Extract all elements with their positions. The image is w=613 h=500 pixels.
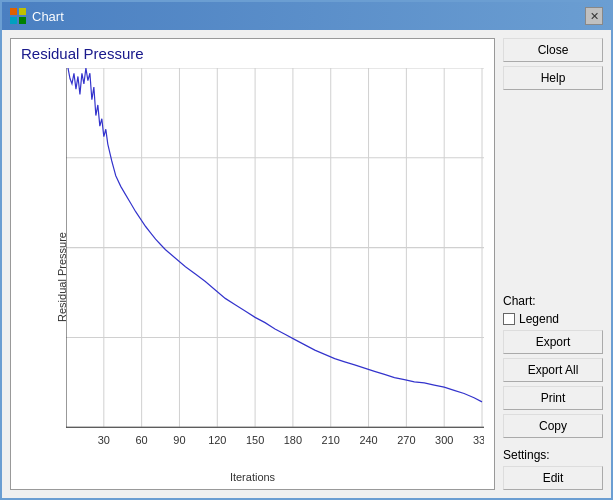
- chart-section-label: Chart:: [503, 294, 603, 308]
- title-bar-left: Chart: [10, 8, 64, 24]
- svg-rect-2: [10, 17, 17, 24]
- svg-rect-3: [19, 17, 26, 24]
- svg-text:270: 270: [397, 434, 415, 446]
- svg-text:240: 240: [359, 434, 377, 446]
- edit-button[interactable]: Edit: [503, 466, 603, 490]
- sidebar: Close Help Chart: Legend Export Export A…: [503, 38, 603, 490]
- chart-svg: 0,1 0,01 0,001 30 60 90 120 150 180 210 …: [66, 68, 484, 459]
- export-all-button[interactable]: Export All: [503, 358, 603, 382]
- settings-section-label: Settings:: [503, 448, 603, 462]
- chart-icon: [10, 8, 26, 24]
- print-button[interactable]: Print: [503, 386, 603, 410]
- svg-text:120: 120: [208, 434, 226, 446]
- close-button[interactable]: Close: [503, 38, 603, 62]
- svg-rect-0: [10, 8, 17, 15]
- svg-text:300: 300: [435, 434, 453, 446]
- copy-button[interactable]: Copy: [503, 414, 603, 438]
- svg-text:330: 330: [473, 434, 484, 446]
- svg-rect-1: [19, 8, 26, 15]
- chart-inner: Residual Pressure Iterations: [11, 64, 494, 489]
- svg-text:90: 90: [173, 434, 185, 446]
- window-close-button[interactable]: ✕: [585, 7, 603, 25]
- svg-text:150: 150: [246, 434, 264, 446]
- legend-label: Legend: [519, 312, 559, 326]
- chart-window: Chart ✕ Residual Pressure Residual Press…: [0, 0, 613, 500]
- window-body: Residual Pressure Residual Pressure Iter…: [2, 30, 611, 498]
- y-axis-label: Residual Pressure: [56, 232, 68, 322]
- title-bar: Chart ✕: [2, 2, 611, 30]
- svg-text:210: 210: [322, 434, 340, 446]
- chart-area: Residual Pressure Residual Pressure Iter…: [10, 38, 495, 490]
- export-button[interactable]: Export: [503, 330, 603, 354]
- x-axis-label: Iterations: [230, 471, 275, 483]
- svg-text:30: 30: [98, 434, 110, 446]
- legend-row: Legend: [503, 312, 603, 326]
- help-button[interactable]: Help: [503, 66, 603, 90]
- legend-checkbox[interactable]: [503, 313, 515, 325]
- window-title: Chart: [32, 9, 64, 24]
- chart-title: Residual Pressure: [11, 39, 494, 64]
- svg-text:60: 60: [136, 434, 148, 446]
- svg-text:180: 180: [284, 434, 302, 446]
